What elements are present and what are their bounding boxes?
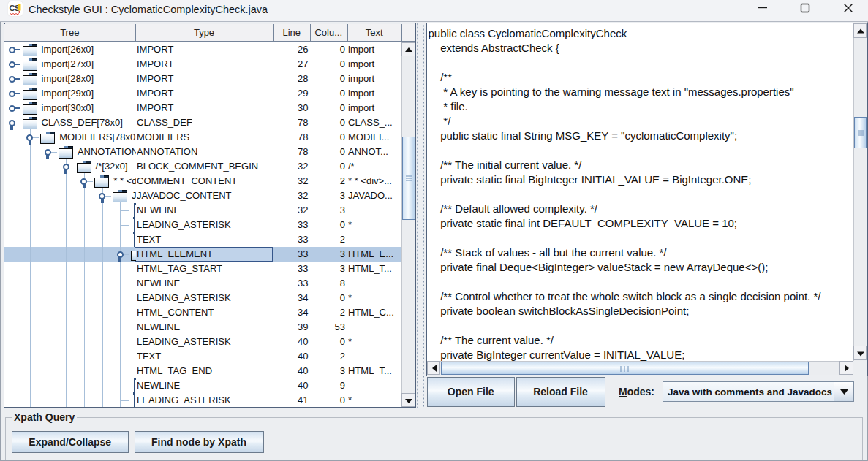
cell-text: * * <div>... [348,174,401,188]
cell-type: COMMENT_CONTENT [137,174,272,188]
cell-column: 0 [310,101,345,115]
close-button[interactable] [831,0,865,22]
tree-node-label[interactable]: import[26x0] [42,42,94,57]
leaf-icon-edge [134,218,135,232]
cell-text [348,349,401,364]
column-header-type[interactable]: Type [135,24,273,41]
combobox-arrow-button[interactable] [834,382,853,401]
column-header-text[interactable]: Text [347,24,402,41]
cell-line: 33 [273,232,309,247]
collapsed-handle-icon[interactable] [9,91,15,97]
cell-text: HTML_T... [348,364,401,378]
folder-icon [23,117,37,129]
code-panel-border-right [867,23,868,376]
table-header[interactable]: TreeTypeLineColu...Text [4,24,415,41]
cell-type: TEXT [137,349,272,364]
cell-line: 33 [273,262,309,276]
cell-column: 0 [310,159,345,174]
cell-column: 2 [310,232,345,247]
tree-leg [66,157,67,407]
cell-text: MODIFI... [348,130,401,145]
code-scroll-left-button[interactable] [427,361,441,375]
tree-tick [123,254,129,255]
tree-tick [50,152,57,153]
cell-column: 0 [310,145,345,159]
tree-node-label[interactable]: import[27x0] [42,57,94,72]
tree-scroll-down-button[interactable] [401,393,415,407]
tree-column-graphics: import[26x0]import[27x0]import[28x0]impo… [4,42,136,407]
tree-leg [48,142,48,407]
leaf-icon-joint [133,232,135,234]
code-vertical-scrollbar[interactable] [853,23,867,361]
tree-node-label[interactable]: import[28x0] [42,72,94,86]
tree-node-label[interactable]: CLASS_DEF[78x0] [42,115,123,130]
cell-type: LEADING_ASTERISK [137,335,272,349]
cell-type: LEADING_ASTERISK [137,218,272,232]
modes-combobox[interactable]: Java with comments and Javadocs [663,381,854,402]
tree-node-label[interactable]: MODIFIERS[78x0] [59,130,135,145]
cell-text: JAVADO... [348,188,401,203]
cell-column: 0 [310,393,345,407]
tree-node-label[interactable]: /*[32x0] [96,159,128,174]
collapsed-handle-icon[interactable] [9,105,15,112]
tree-node-label[interactable]: ANNOTATION[78x0] [78,145,136,159]
cell-column: 0 [310,42,345,57]
cell-column: 0 [310,72,345,86]
tree-scroll-up-button[interactable] [401,42,415,56]
leaf-icon-joint [133,392,135,395]
leaf-icon-edge [134,232,135,247]
open-file-button[interactable]: Open File [427,377,516,407]
code-scroll-down-button[interactable] [853,346,867,360]
cell-text: import [348,86,401,101]
cell-type: ANNOTATION [137,145,272,159]
expanded-handle-icon[interactable] [117,251,124,258]
reload-file-button[interactable]: Reload File [516,377,605,407]
expanded-handle-icon[interactable] [9,120,15,126]
source-code-area[interactable]: public class CyclomaticComplexityCheck e… [427,23,854,361]
column-header-colu[interactable]: Colu... [310,24,347,41]
tree-node-label[interactable]: import[29x0] [42,86,94,101]
ast-tree-table[interactable]: IMPORT260importIMPORT270importIMPORT280i… [4,42,401,407]
tree-node-label[interactable]: JAVADOC_CONTENT [132,188,136,203]
minimize-button[interactable] [745,0,779,22]
code-scrollbar-thumb[interactable] [854,117,867,148]
code-horizontal-scrollbar-thumb[interactable] [441,362,809,375]
collapsed-handle-icon[interactable] [9,61,15,68]
column-header-tree[interactable]: Tree [4,24,135,41]
expanded-handle-icon[interactable] [26,134,33,141]
cell-text: import [348,101,401,115]
tree-node-label[interactable]: import[30x0] [42,101,94,115]
cell-text [348,232,401,247]
split-pane-divider[interactable] [417,23,426,408]
tree-vertical-scrollbar[interactable] [401,42,415,407]
code-scroll-up-button[interactable] [853,23,867,38]
leaf-icon-edge [134,203,135,218]
folder-icon [113,190,127,202]
cell-column: 0 [310,291,345,305]
column-header-line[interactable]: Line [273,24,311,41]
cell-line: 30 [273,101,309,115]
source-code-text: public class CyclomaticComplexityCheck e… [429,26,821,361]
collapsed-handle-icon[interactable] [9,47,15,53]
left-panel-border-right [415,23,417,408]
expanded-handle-icon[interactable] [63,164,69,170]
tree-node-label[interactable]: * * <div> [113,174,135,188]
cell-text [348,320,401,335]
cell-column: 2 [310,349,345,364]
code-scroll-right-button[interactable] [839,361,853,375]
cell-type: MODIFIERS [137,130,272,145]
maximize-button[interactable] [788,0,822,22]
cell-type: IMPORT [137,72,272,86]
expanded-handle-icon[interactable] [99,193,105,199]
expanded-handle-icon[interactable] [45,149,51,156]
tree-scrollbar-thumb[interactable] [402,137,415,220]
cell-column: 3 [310,247,345,262]
tree-tick [120,225,129,226]
find-node-by-xpath-button[interactable]: Find node by Xpath [135,431,264,453]
collapsed-handle-icon[interactable] [9,76,15,83]
expanded-handle-icon[interactable] [80,178,87,185]
expand-collapse-button[interactable]: Expand/Collapse [12,431,129,453]
cell-column: 2 [310,305,345,320]
cell-text: * [348,218,401,232]
app-icon: CS [8,1,23,16]
